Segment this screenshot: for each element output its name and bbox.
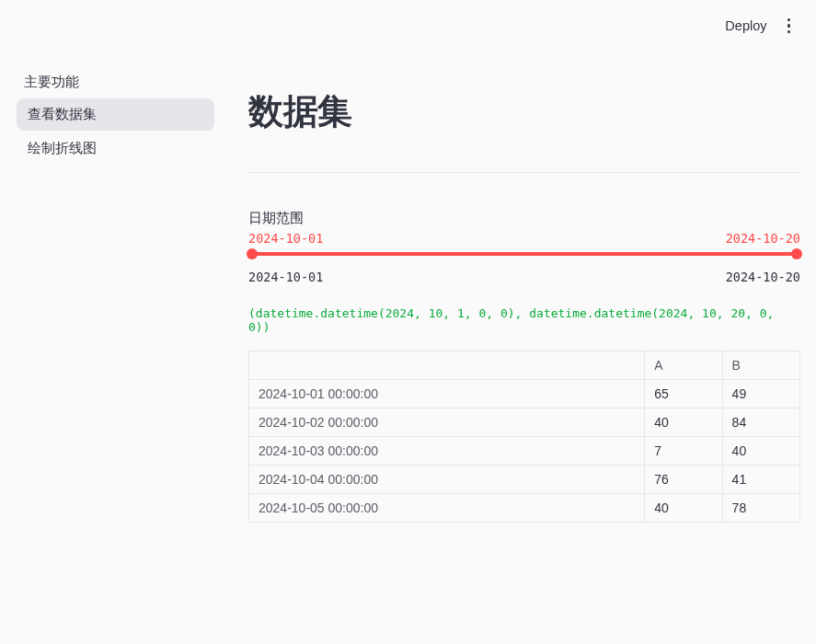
debug-tuple: (datetime.datetime(2024, 10, 1, 0, 0), d…: [248, 306, 800, 334]
slider-label: 日期范围: [248, 210, 800, 227]
table-cell-A: 76: [645, 466, 722, 494]
deploy-button[interactable]: Deploy: [725, 18, 766, 33]
slider-value-end: 2024-10-20: [726, 231, 800, 246]
table-cell-A: 7: [645, 437, 722, 466]
table-row[interactable]: 2024-10-04 00:00:007641: [249, 466, 800, 494]
table-row[interactable]: 2024-10-05 00:00:004078: [249, 494, 800, 523]
table-cell-A: 40: [645, 494, 722, 523]
slider-thumb-end[interactable]: [791, 248, 802, 259]
table-cell-index: 2024-10-03 00:00:00: [249, 437, 645, 466]
data-table: A B 2024-10-01 00:00:0065492024-10-02 00…: [248, 351, 800, 523]
slider-min: 2024-10-01: [248, 270, 323, 284]
page-title: 数据集: [248, 88, 800, 135]
table-cell-A: 65: [645, 380, 722, 408]
table-row[interactable]: 2024-10-01 00:00:006549: [249, 380, 800, 408]
sidebar: 主要功能 查看数据集 绘制折线图: [17, 74, 214, 167]
table-header-B[interactable]: B: [722, 351, 799, 380]
table-cell-B: 84: [722, 408, 799, 437]
table-cell-B: 78: [722, 494, 799, 523]
sidebar-item-draw-line-chart[interactable]: 绘制折线图: [17, 132, 214, 165]
slider-value-start: 2024-10-01: [248, 231, 323, 246]
sidebar-item-view-dataset[interactable]: 查看数据集: [17, 98, 214, 131]
table-header-row: A B: [249, 351, 800, 380]
slider-max: 2024-10-20: [726, 270, 800, 284]
table-cell-B: 41: [722, 466, 799, 494]
table-cell-B: 49: [722, 380, 799, 408]
more-vertical-icon[interactable]: [784, 15, 795, 38]
table-cell-index: 2024-10-05 00:00:00: [249, 494, 645, 523]
table-cell-A: 40: [645, 408, 722, 437]
table-cell-index: 2024-10-04 00:00:00: [249, 466, 645, 494]
table-cell-index: 2024-10-02 00:00:00: [249, 408, 645, 437]
table-cell-B: 40: [722, 437, 799, 466]
slider-thumb-start[interactable]: [247, 248, 258, 259]
date-range-slider[interactable]: 日期范围 2024-10-01 2024-10-20 2024-10-01 20…: [248, 210, 800, 284]
table-cell-index: 2024-10-01 00:00:00: [249, 380, 645, 408]
slider-bar: [248, 252, 800, 256]
table-header-index: [249, 351, 645, 380]
divider: [248, 172, 800, 173]
table-row[interactable]: 2024-10-03 00:00:00740: [249, 437, 800, 466]
table-row[interactable]: 2024-10-02 00:00:004084: [249, 408, 800, 437]
table-header-A[interactable]: A: [645, 351, 722, 380]
slider-track[interactable]: [248, 247, 800, 260]
sidebar-section-label: 主要功能: [17, 74, 214, 98]
